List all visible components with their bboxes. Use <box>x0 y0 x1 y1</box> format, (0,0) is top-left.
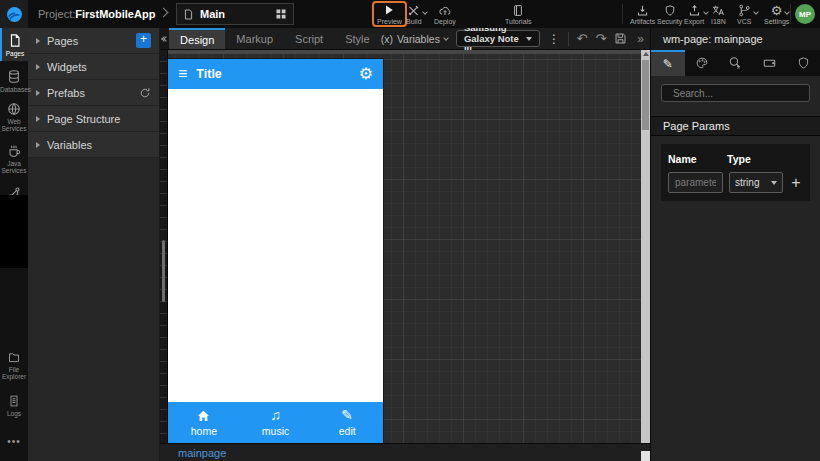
tutorials-button[interactable]: Tutorials <box>505 1 532 27</box>
refresh-icon <box>139 87 151 99</box>
mobile-page-content[interactable] <box>168 89 383 402</box>
mobile-page-title: Title <box>196 67 349 81</box>
more-options-button[interactable]: ••• <box>0 436 28 447</box>
add-page-button[interactable]: + <box>136 33 151 48</box>
param-name-input[interactable] <box>668 172 723 193</box>
workspace: Design Markup Script Style (x) Variables… <box>160 28 650 461</box>
table-header: Name Type <box>668 150 803 168</box>
chevron-down-icon <box>703 9 709 15</box>
param-type-select[interactable]: string <box>729 172 783 193</box>
preview-label: Preview <box>377 18 402 25</box>
mobile-navbar[interactable]: ≡ Title ⚙ <box>168 59 383 89</box>
sidebar-blank-panel <box>0 195 28 268</box>
sidebar-item-pages[interactable]: Pages <box>0 28 28 61</box>
tab-script[interactable]: Script <box>284 28 334 49</box>
ellipsis-icon: ••• <box>7 436 21 447</box>
redo-button[interactable]: ↷ <box>595 32 606 45</box>
page-params-header: Page Params <box>651 116 820 136</box>
canvas-scrollbar[interactable] <box>641 50 650 443</box>
tab-design[interactable]: Design <box>169 28 225 49</box>
tab-properties[interactable]: ✎ <box>651 50 685 76</box>
export-button[interactable]: Export <box>684 1 704 27</box>
tab-security[interactable] <box>786 50 820 76</box>
phone-preview[interactable]: ≡ Title ⚙ home ♫ music <box>168 59 383 443</box>
section-widgets[interactable]: Widgets <box>28 54 159 80</box>
triangle-right-icon <box>36 116 40 122</box>
project-label: Project: <box>38 8 75 20</box>
section-variables[interactable]: Variables <box>28 132 159 158</box>
page-tab-mainpage[interactable]: mainpage <box>178 444 226 461</box>
tab-styles[interactable] <box>685 50 719 76</box>
sidebar-item-databases[interactable]: Databases <box>0 66 28 96</box>
section-prefabs[interactable]: Prefabs <box>28 80 159 106</box>
shield-outline-icon <box>797 56 810 70</box>
variables-dropdown[interactable]: (x) Variables <box>381 33 448 45</box>
search-input[interactable] <box>673 88 805 99</box>
settings-button[interactable]: ⚙ Settings <box>764 1 789 27</box>
section-pages[interactable]: Pages + <box>28 28 159 54</box>
toolbar-right-group: (x) Variables Samsung Galaxy Note III ⋮ … <box>381 28 650 49</box>
grid-icon[interactable] <box>275 8 287 20</box>
palette-icon <box>695 56 709 70</box>
security-button[interactable]: Security <box>657 1 682 27</box>
search-area <box>651 76 820 108</box>
tab-style[interactable]: Style <box>334 28 380 49</box>
refresh-prefabs-button[interactable] <box>139 87 151 99</box>
inspector-title: wm-page: mainpage <box>651 28 820 50</box>
undo-button[interactable]: ↶ <box>577 32 588 45</box>
vertical-scrollbar-thumb[interactable] <box>162 240 165 302</box>
coffee-cup-icon <box>7 144 21 158</box>
design-canvas[interactable]: ≡ Title ⚙ home ♫ music <box>160 50 650 443</box>
app-logo[interactable] <box>0 0 28 28</box>
book-icon <box>512 4 524 17</box>
tab-device[interactable] <box>752 50 786 76</box>
home-icon <box>196 408 211 423</box>
sidebar-item-file-explorer[interactable]: File Explorer <box>0 346 28 384</box>
branch-icon <box>738 4 751 17</box>
kebab-menu-button[interactable]: ⋮ <box>548 32 560 46</box>
save-button[interactable] <box>614 32 627 45</box>
sidebar-item-logs[interactable]: Logs <box>0 390 28 420</box>
mobile-tabbar: home ♫ music ✎ edit <box>168 402 383 443</box>
canvas-scrollbar-thumb[interactable] <box>642 60 649 130</box>
chevron-right-icon <box>159 8 169 18</box>
toolbar-divider <box>622 4 623 24</box>
artifacts-button[interactable]: Artifacts <box>630 1 655 27</box>
hamburger-menu-icon[interactable]: ≡ <box>178 66 187 82</box>
expand-right-panel-button[interactable]: » <box>635 32 646 46</box>
vcs-button[interactable]: VCS <box>737 1 751 27</box>
tabbar-item-home[interactable]: home <box>168 402 240 443</box>
scroll-up-arrow-icon[interactable] <box>643 52 649 56</box>
property-search[interactable] <box>661 84 810 102</box>
tabbar-item-music[interactable]: ♫ music <box>240 402 312 443</box>
triangle-right-icon <box>36 64 40 70</box>
collapse-left-panel-button[interactable] <box>160 28 169 49</box>
redo-icon: ↷ <box>595 31 606 46</box>
build-tools-icon <box>407 4 420 17</box>
page-icon <box>183 8 194 21</box>
explorer-panel: Pages + Widgets Prefabs Page Structure V… <box>28 28 160 461</box>
properties-panel: wm-page: mainpage ✎ <box>650 28 820 461</box>
add-icon: + <box>140 32 147 46</box>
preview-button[interactable]: Preview <box>372 1 407 27</box>
build-button[interactable]: Build <box>406 1 422 27</box>
music-note-icon: ♫ <box>270 408 281 423</box>
tab-inspect[interactable] <box>719 50 753 76</box>
device-selector[interactable]: Samsung Galaxy Note III <box>456 30 540 47</box>
sidebar-item-java-services[interactable]: Java Services <box>0 140 28 178</box>
tab-markup[interactable]: Markup <box>225 28 284 49</box>
sidebar-item-web-services[interactable]: Web Services <box>0 98 28 136</box>
chevron-down-icon <box>422 9 428 15</box>
i18n-button[interactable]: I18N <box>711 1 726 27</box>
undo-icon: ↶ <box>577 31 588 46</box>
tabbar-item-edit[interactable]: ✎ edit <box>311 402 383 443</box>
chevron-down-icon <box>753 9 759 15</box>
deploy-button[interactable]: Deploy <box>434 1 456 27</box>
add-param-button[interactable]: + <box>789 175 803 191</box>
folder-icon <box>7 351 21 364</box>
gear-icon[interactable]: ⚙ <box>359 66 373 82</box>
column-type: Type <box>727 153 787 165</box>
user-avatar[interactable]: MP <box>795 4 815 24</box>
page-selector[interactable]: Main <box>176 3 294 25</box>
section-page-structure[interactable]: Page Structure <box>28 106 159 132</box>
